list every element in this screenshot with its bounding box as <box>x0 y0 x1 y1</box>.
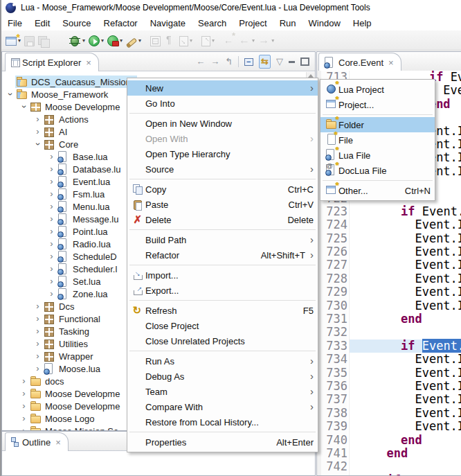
code-line[interactable]: 727 Event.I <box>317 258 461 272</box>
context-menu-item-new[interactable]: New› <box>127 80 318 96</box>
close-icon[interactable]: × <box>388 58 394 68</box>
chevron-expanded-icon[interactable]: › <box>35 139 42 150</box>
context-menu-item-refresh[interactable]: RefreshF5 <box>127 303 318 318</box>
chevron-collapsed-icon[interactable]: › <box>46 265 57 272</box>
menubar-item-project[interactable]: Project <box>233 17 273 30</box>
code-line[interactable]: 738 Event.I <box>317 407 461 420</box>
menubar-item-refactor[interactable]: Refactor <box>98 17 144 30</box>
menubar-item-source[interactable]: Source <box>56 17 97 30</box>
chevron-collapsed-icon[interactable]: › <box>19 403 29 409</box>
close-icon[interactable]: × <box>55 437 61 448</box>
context-menu-item-go-into[interactable]: Go Into <box>127 96 318 111</box>
tab-script-explorer[interactable]: Script Explorer × <box>5 53 99 71</box>
code-line[interactable]: 723 if Event. <box>317 205 461 218</box>
context-menu-item-refactor[interactable]: RefactorAlt+Shift+T› <box>127 247 318 263</box>
code-line[interactable]: 741 end <box>317 447 461 460</box>
go-up-icon[interactable]: ↰ <box>225 55 233 68</box>
context-menu-item-build-path[interactable]: Build Path› <box>127 232 318 247</box>
chevron-collapsed-icon[interactable]: › <box>46 228 57 235</box>
context-menu-item-debug-as[interactable]: Debug As› <box>127 369 318 384</box>
chevron-collapsed-icon[interactable]: › <box>19 427 29 430</box>
chevron-collapsed-icon[interactable]: › <box>33 116 43 123</box>
debug-button[interactable]: ▾ <box>67 32 87 49</box>
new-wizard-button[interactable]: ▾ <box>4 32 22 49</box>
code-line[interactable]: 731 end <box>317 312 461 326</box>
run-external-button[interactable]: ▾ <box>106 32 124 49</box>
maximize-icon[interactable] <box>300 58 309 66</box>
close-icon[interactable]: × <box>86 58 91 68</box>
chevron-collapsed-icon[interactable]: › <box>33 340 43 347</box>
code-line[interactable]: 730 Event.I <box>317 299 461 312</box>
chevron-collapsed-icon[interactable]: › <box>46 203 57 210</box>
context-menu-item-properties[interactable]: PropertiesAlt+Enter <box>127 434 318 450</box>
code-line[interactable]: 735 Event.I <box>317 367 461 380</box>
chevron-collapsed-icon[interactable]: › <box>46 153 57 160</box>
back-icon[interactable]: ← <box>196 55 205 68</box>
dropdown-caret-icon[interactable]: ▾ <box>101 37 104 44</box>
tab-outline[interactable]: Outline × <box>5 432 69 451</box>
chevron-collapsed-icon[interactable]: › <box>46 278 57 285</box>
new-submenu-item-project-[interactable]: *Project... <box>320 97 435 112</box>
menubar-item-navigate[interactable]: Navigate <box>144 17 192 30</box>
menubar-item-file[interactable]: File <box>1 17 28 30</box>
context-menu-item-export-[interactable]: Export... <box>127 283 318 298</box>
chevron-collapsed-icon[interactable]: › <box>19 378 29 385</box>
context-menu-item-close-unrelated-projects[interactable]: Close Unrelated Projects <box>127 333 318 349</box>
code-line[interactable]: 736 Event.I <box>317 380 461 393</box>
tab-core-event[interactable]: Core.Event × <box>318 53 401 71</box>
context-menu-item-open-in-new-window[interactable]: Open in New Window <box>127 116 318 131</box>
code-line[interactable]: 729 Event.I <box>317 285 461 299</box>
context-menu-item-delete[interactable]: DeleteDelete <box>127 212 318 227</box>
brush-button[interactable]: ▾ <box>125 32 143 49</box>
run-button[interactable]: ▾ <box>87 32 105 49</box>
code-line[interactable]: 724 Event.I <box>317 218 461 231</box>
chevron-collapsed-icon[interactable]: › <box>46 253 57 260</box>
chevron-collapsed-icon[interactable]: › <box>33 303 43 310</box>
chevron-collapsed-icon[interactable]: › <box>33 128 43 135</box>
code-line[interactable]: 740 end <box>317 434 461 447</box>
new-submenu-item-other-[interactable]: *Other...Ctrl+N <box>320 183 435 198</box>
code-line[interactable]: 728 Event.I <box>317 272 461 285</box>
code-line[interactable]: 725 Event.I <box>317 232 461 245</box>
code-line[interactable]: 734 Event.I <box>317 353 461 366</box>
code-line[interactable]: 743 if Event.ta <box>317 474 461 475</box>
code-line[interactable]: 739 Event.I <box>317 420 461 433</box>
menubar-item-search[interactable]: Search <box>192 17 233 30</box>
view-menu-icon[interactable]: ▽ <box>276 55 283 68</box>
chevron-collapsed-icon[interactable]: › <box>46 240 57 247</box>
collapse-all-icon[interactable] <box>244 58 253 66</box>
chevron-collapsed-icon[interactable]: › <box>46 215 57 222</box>
forward-icon[interactable]: → <box>210 55 219 68</box>
chevron-collapsed-icon[interactable]: › <box>46 166 57 173</box>
code-line[interactable]: 732 <box>317 326 461 339</box>
menubar-item-run[interactable]: Run <box>273 17 302 30</box>
chevron-collapsed-icon[interactable]: › <box>46 191 57 197</box>
dropdown-caret-icon[interactable]: ▾ <box>138 37 141 44</box>
context-menu-item-run-as[interactable]: Run As› <box>127 353 318 369</box>
chevron-collapsed-icon[interactable]: › <box>46 290 57 297</box>
link-with-editor-icon[interactable]: ⇆ <box>259 55 271 69</box>
chevron-collapsed-icon[interactable]: › <box>33 328 43 335</box>
code-line-current[interactable]: 733 if Event. <box>317 340 461 353</box>
dropdown-caret-icon[interactable]: ▾ <box>120 37 123 44</box>
menubar-item-help[interactable]: Help <box>347 17 378 30</box>
new-submenu-item-doclua-file[interactable]: *DocLua File <box>320 163 435 178</box>
context-menu-item-copy[interactable]: CopyCtrl+C <box>127 182 318 197</box>
chevron-collapsed-icon[interactable]: › <box>19 415 29 422</box>
chevron-collapsed-icon[interactable]: › <box>33 315 43 322</box>
context-menu-item-team[interactable]: Team› <box>127 384 318 399</box>
minimize-icon[interactable] <box>289 61 295 63</box>
code-line[interactable]: 737 Event.I <box>317 393 461 406</box>
context-menu-item-paste[interactable]: PasteCtrl+V <box>127 197 318 212</box>
menubar-item-edit[interactable]: Edit <box>28 17 56 30</box>
chevron-collapsed-icon[interactable]: › <box>46 178 57 185</box>
code-line[interactable]: 726 Event.I <box>317 245 461 258</box>
chevron-expanded-icon[interactable]: › <box>21 102 28 112</box>
context-menu-item-compare-with[interactable]: Compare With› <box>127 399 318 414</box>
context-menu-item-restore-from-local-history-[interactable]: Restore from Local History... <box>127 414 318 430</box>
context-menu-item-import-[interactable]: Import... <box>127 267 318 283</box>
context-menu-item-source[interactable]: Source› <box>127 161 318 177</box>
chevron-expanded-icon[interactable]: › <box>7 89 14 100</box>
menubar-item-window[interactable]: Window <box>302 17 347 30</box>
context-menu-item-close-project[interactable]: Close Project <box>127 318 318 333</box>
